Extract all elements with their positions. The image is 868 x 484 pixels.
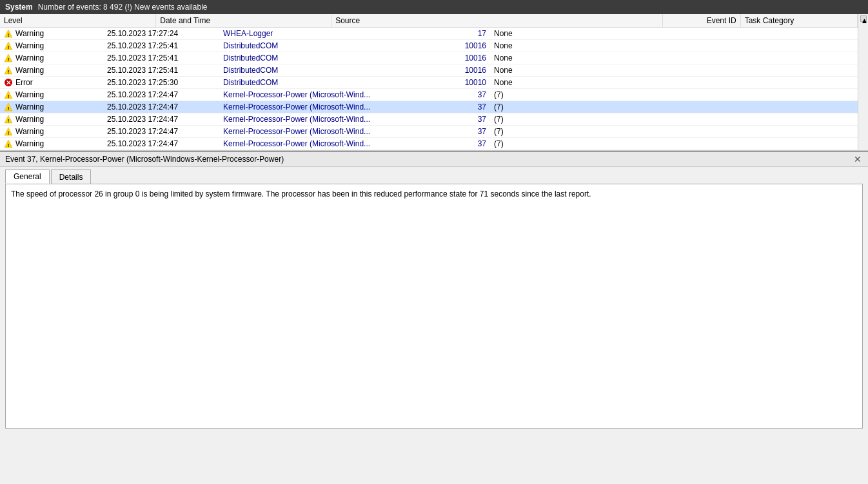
cell-datetime: 25.10.2023 17:24:47 [103,89,219,101]
cell-taskcategory: None [490,64,858,77]
level-label: Warning [15,115,44,124]
cell-source: DistributedCOM [219,64,439,77]
cell-eventid: 37 [439,113,490,126]
level-label: Warning [15,139,44,148]
tab-general[interactable]: General [5,169,50,184]
warning-icon: ! [4,66,13,75]
cell-source: DistributedCOM [219,77,439,89]
svg-text:!: ! [8,130,10,136]
table-row[interactable]: !Warning25.10.2023 17:24:47Kernel-Proces… [0,126,858,138]
app-name: System [5,3,33,12]
level-label: Warning [15,53,44,63]
cell-eventid: 10016 [439,52,490,64]
table-header: Level Date and Time Source Event ID Task… [0,14,858,28]
table-inner: Level Date and Time Source Event ID Task… [0,14,858,150]
warning-icon: ! [4,102,13,111]
table-row[interactable]: !Warning25.10.2023 17:25:41DistributedCO… [0,40,858,52]
svg-text:!: ! [8,44,10,50]
cell-datetime: 25.10.2023 17:25:41 [103,64,219,77]
close-button[interactable]: ✕ [853,155,863,164]
level-label: Warning [15,90,44,99]
cell-taskcategory: None [490,77,858,89]
cell-level: !Warning [0,89,103,101]
cell-level: !Warning [0,40,103,52]
detail-tabs: General Details [0,167,868,184]
cell-taskcategory: (7) [490,126,858,138]
col-header-taskcategory[interactable]: Task Category [740,14,857,28]
cell-level: !Warning [0,126,103,138]
svg-text:!: ! [8,93,10,99]
cell-taskcategory: None [490,40,858,52]
level-label: Warning [15,66,44,75]
table-row[interactable]: !Warning25.10.2023 17:24:47Kernel-Proces… [0,101,858,113]
event-data-table: !Warning25.10.2023 17:27:24WHEA-Logger17… [0,28,858,150]
cell-eventid: 10016 [439,64,490,77]
cell-datetime: 25.10.2023 17:25:30 [103,77,219,89]
col-header-source[interactable]: Source [331,14,663,28]
event-tbody: !Warning25.10.2023 17:27:24WHEA-Logger17… [0,28,858,150]
header-row: Level Date and Time Source Event ID Task… [0,14,858,28]
title-bar: System Number of events: 8 492 (!) New e… [0,0,868,14]
cell-source: DistributedCOM [219,40,439,52]
error-icon: ✕ [4,78,13,87]
cell-eventid: 37 [439,138,490,150]
cell-taskcategory: (7) [490,89,858,101]
table-scroll-area[interactable]: !Warning25.10.2023 17:27:24WHEA-Logger17… [0,28,858,150]
warning-icon: ! [4,53,13,63]
cell-level: ✕Error [0,77,103,89]
table-row[interactable]: !Warning25.10.2023 17:24:47Kernel-Proces… [0,113,858,126]
detail-content: The speed of processor 26 in group 0 is … [5,184,863,429]
warning-icon: ! [4,90,13,99]
warning-icon: ! [4,41,13,50]
svg-text:!: ! [8,142,10,148]
level-label: Warning [15,29,44,38]
detail-text: The speed of processor 26 in group 0 is … [11,189,857,198]
level-label: Warning [15,127,44,136]
svg-text:!: ! [8,57,10,63]
level-label: Error [15,78,33,87]
cell-datetime: 25.10.2023 17:25:41 [103,40,219,52]
cell-source: Kernel-Processor-Power (Microsoft-Wind..… [219,126,439,138]
cell-datetime: 25.10.2023 17:24:47 [103,126,219,138]
svg-text:!: ! [8,118,10,124]
cell-level: !Warning [0,52,103,64]
table-row[interactable]: !Warning25.10.2023 17:24:47Kernel-Proces… [0,89,858,101]
cell-taskcategory: (7) [490,113,858,126]
cell-datetime: 25.10.2023 17:24:47 [103,113,219,126]
event-count-info: Number of events: 8 492 (!) New events a… [38,3,208,12]
cell-eventid: 37 [439,126,490,138]
col-header-eventid[interactable]: Event ID [662,14,740,28]
detail-panel: Event 37, Kernel-Processor-Power (Micros… [0,151,868,429]
col-header-level[interactable]: Level [0,14,156,28]
cell-level: !Warning [0,138,103,150]
cell-eventid: 37 [439,101,490,113]
cell-taskcategory: (7) [490,101,858,113]
table-row[interactable]: !Warning25.10.2023 17:25:41DistributedCO… [0,52,858,64]
table-row[interactable]: ✕Error25.10.2023 17:25:30DistributedCOM1… [0,77,858,89]
cell-source: Kernel-Processor-Power (Microsoft-Wind..… [219,89,439,101]
cell-taskcategory: None [490,52,858,64]
event-table: Level Date and Time Source Event ID Task… [0,14,858,28]
table-row[interactable]: !Warning25.10.2023 17:24:47Kernel-Proces… [0,138,858,150]
cell-source: Kernel-Processor-Power (Microsoft-Wind..… [219,101,439,113]
cell-level: !Warning [0,113,103,126]
tab-details[interactable]: Details [51,169,92,184]
col-header-datetime[interactable]: Date and Time [156,14,331,28]
cell-eventid: 37 [439,89,490,101]
table-row[interactable]: !Warning25.10.2023 17:25:41DistributedCO… [0,64,858,77]
cell-source: DistributedCOM [219,52,439,64]
scrollbar[interactable]: ▲ [858,14,868,150]
cell-datetime: 25.10.2023 17:24:47 [103,138,219,150]
cell-eventid: 10016 [439,40,490,52]
cell-level: !Warning [0,64,103,77]
scroll-up-btn[interactable]: ▲ [860,15,867,22]
cell-taskcategory: None [490,28,858,40]
level-label: Warning [15,41,44,50]
cell-eventid: 10010 [439,77,490,89]
detail-title: Event 37, Kernel-Processor-Power (Micros… [5,155,284,164]
cell-level: !Warning [0,28,103,40]
table-row[interactable]: !Warning25.10.2023 17:27:24WHEA-Logger17… [0,28,858,40]
svg-text:!: ! [8,69,10,75]
detail-header: Event 37, Kernel-Processor-Power (Micros… [0,152,868,167]
level-label: Warning [15,102,44,111]
